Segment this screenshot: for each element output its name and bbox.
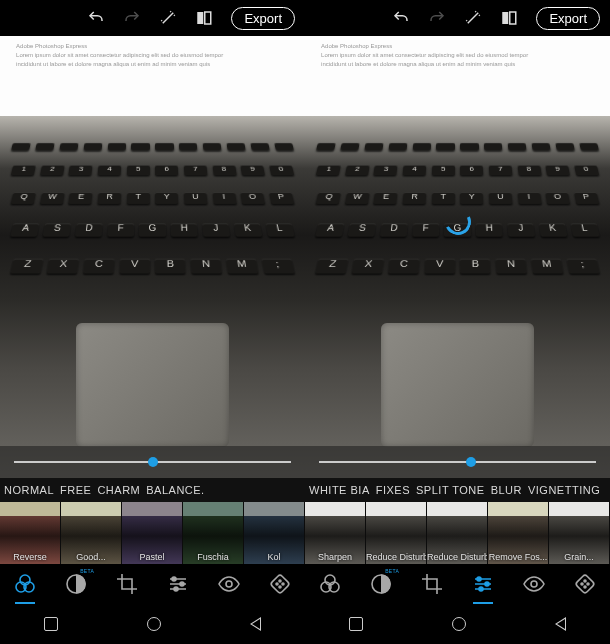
crop-tool[interactable]	[115, 572, 139, 596]
slider-thumb[interactable]	[466, 457, 476, 467]
svg-point-13	[279, 580, 281, 582]
filter-thumbnails[interactable]: Reverse Good... Pastel Fuschia Kol	[0, 502, 305, 564]
intensity-slider[interactable]	[305, 446, 610, 478]
mode-item[interactable]: VIGNETTING	[528, 484, 600, 496]
photo-trackpad	[381, 323, 534, 447]
mode-item[interactable]: NORMAL	[4, 484, 54, 496]
image-canvas[interactable]: Adobe Photoshop ExpressLorem ipsum dolor…	[0, 36, 305, 478]
svg-rect-10	[270, 574, 290, 594]
svg-point-28	[584, 580, 586, 582]
svg-point-23	[479, 587, 483, 591]
sliders-tool[interactable]	[471, 572, 495, 596]
photo-keyboard-row	[0, 143, 305, 150]
redo-icon[interactable]	[123, 9, 141, 27]
photo-keyboard-row	[305, 143, 610, 150]
mode-item[interactable]: BLUR	[491, 484, 522, 496]
compare-icon[interactable]	[195, 9, 213, 27]
wand-icon[interactable]	[159, 9, 177, 27]
android-navbar	[0, 604, 305, 644]
wand-icon[interactable]	[464, 9, 482, 27]
mode-item[interactable]: CHARM	[97, 484, 140, 496]
tool-tabs: BETA	[0, 564, 305, 604]
export-button[interactable]: Export	[231, 7, 295, 30]
android-navbar	[305, 604, 610, 644]
svg-rect-25	[575, 574, 595, 594]
mode-item[interactable]: SPLIT TONE	[416, 484, 485, 496]
svg-point-26	[581, 583, 583, 585]
mode-strip[interactable]: WHITE BIA FIXES SPLIT TONE BLUR VIGNETTI…	[305, 478, 610, 502]
photo-keyboard-row: 1234567890	[305, 165, 610, 175]
photo-keyboard-row: ZXCVBNM;	[0, 259, 305, 274]
crop-tool[interactable]	[420, 572, 444, 596]
back-button[interactable]	[250, 617, 261, 631]
svg-rect-15	[503, 12, 509, 24]
svg-point-21	[477, 577, 481, 581]
screen-right: Export Adobe Photoshop ExpressLorem ipsu…	[305, 0, 610, 644]
mode-item[interactable]: FREE	[60, 484, 91, 496]
svg-point-22	[485, 582, 489, 586]
sliders-tool[interactable]	[166, 572, 190, 596]
photo-keyboard-row: ZXCVBNM;	[305, 259, 610, 274]
image-canvas[interactable]: Adobe Photoshop ExpressLorem ipsum dolor…	[305, 36, 610, 478]
mode-item[interactable]: WHITE BIA	[309, 484, 370, 496]
filter-thumb[interactable]: Grain...	[549, 502, 609, 564]
filter-thumb[interactable]: Reduce Disturb	[427, 502, 487, 564]
svg-point-8	[174, 587, 178, 591]
tool-tabs: BETA	[305, 564, 610, 604]
filter-thumb[interactable]: Fuschia	[183, 502, 243, 564]
svg-point-6	[172, 577, 176, 581]
recent-apps-button[interactable]	[349, 617, 363, 631]
undo-icon[interactable]	[392, 9, 410, 27]
eye-tool[interactable]	[217, 572, 241, 596]
home-button[interactable]	[147, 617, 161, 631]
eye-tool[interactable]	[522, 572, 546, 596]
screen-left: Export Adobe Photoshop ExpressLorem ipsu…	[0, 0, 305, 644]
filter-thumb[interactable]: Kol	[244, 502, 304, 564]
svg-rect-16	[510, 12, 516, 24]
svg-point-14	[279, 586, 281, 588]
mode-strip[interactable]: NORMAL FREE CHARM BALANCE.	[0, 478, 305, 502]
adjust-tool[interactable]: BETA	[64, 572, 88, 596]
mode-item[interactable]: BALANCE.	[146, 484, 204, 496]
patch-tool[interactable]	[573, 572, 597, 596]
photo-keyboard-row: QWERTYUIOP	[305, 192, 610, 203]
slider-thumb[interactable]	[148, 457, 158, 467]
photo-keyboard-row: QWERTYUIOP	[0, 192, 305, 203]
photo-trackpad	[76, 323, 229, 447]
svg-point-12	[282, 583, 284, 585]
filter-thumb[interactable]: Pastel	[122, 502, 182, 564]
adjust-tool[interactable]: BETA	[369, 572, 393, 596]
svg-point-11	[276, 583, 278, 585]
home-button[interactable]	[452, 617, 466, 631]
looks-tool[interactable]	[13, 572, 37, 596]
intensity-slider[interactable]	[0, 446, 305, 478]
recent-apps-button[interactable]	[44, 617, 58, 631]
filter-thumbnails[interactable]: Sharpen Reduce Disturb... Reduce Disturb…	[305, 502, 610, 564]
filter-thumb[interactable]: Remove Fos...	[488, 502, 548, 564]
svg-point-27	[587, 583, 589, 585]
filter-thumb[interactable]: Reverse	[0, 502, 60, 564]
svg-point-24	[531, 581, 537, 587]
svg-rect-1	[205, 12, 211, 24]
filter-thumb[interactable]: Sharpen	[305, 502, 365, 564]
top-toolbar: Export	[305, 0, 610, 36]
filter-thumb[interactable]: Good...	[61, 502, 121, 564]
mode-item[interactable]: FIXES	[376, 484, 410, 496]
back-button[interactable]	[555, 617, 566, 631]
photo-keyboard-row: ASDFGHJKL	[0, 223, 305, 236]
compare-icon[interactable]	[500, 9, 518, 27]
svg-point-9	[226, 581, 232, 587]
svg-rect-0	[198, 12, 204, 24]
photo-document-area: Adobe Photoshop ExpressLorem ipsum dolor…	[311, 36, 604, 116]
photo-document-area: Adobe Photoshop ExpressLorem ipsum dolor…	[6, 36, 299, 116]
filter-thumb[interactable]: Reduce Disturb...	[366, 502, 426, 564]
photo-keyboard-row: 1234567890	[0, 165, 305, 175]
patch-tool[interactable]	[268, 572, 292, 596]
svg-point-29	[584, 586, 586, 588]
svg-point-7	[180, 582, 184, 586]
redo-icon[interactable]	[428, 9, 446, 27]
top-toolbar: Export	[0, 0, 305, 36]
undo-icon[interactable]	[87, 9, 105, 27]
export-button[interactable]: Export	[536, 7, 600, 30]
looks-tool[interactable]	[318, 572, 342, 596]
